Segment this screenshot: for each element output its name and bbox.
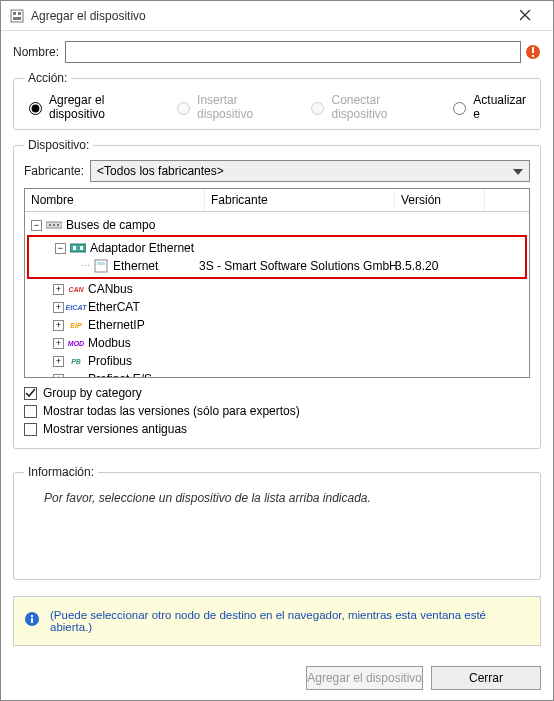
svg-point-13 (57, 224, 59, 226)
app-icon (9, 8, 25, 24)
close-icon (520, 10, 531, 21)
info-text: Por favor, seleccione un dispositivo de … (24, 487, 530, 509)
svg-rect-18 (97, 262, 105, 265)
tree-root[interactable]: − Buses de campo (27, 216, 527, 234)
expand-icon[interactable]: + (53, 338, 64, 349)
checkbox-icon (24, 423, 37, 436)
svg-rect-14 (70, 244, 86, 252)
svg-rect-20 (31, 618, 33, 623)
protocol-icon: EtCAT (68, 300, 84, 314)
svg-marker-9 (513, 169, 523, 175)
svg-rect-17 (95, 260, 107, 272)
close-button[interactable] (505, 2, 545, 30)
action-legend: Acción: (24, 71, 71, 85)
svg-point-12 (53, 224, 55, 226)
expand-icon[interactable]: + (53, 320, 64, 331)
fieldbus-icon (46, 218, 62, 232)
protocol-icon: PN (68, 372, 84, 377)
tree-ethernet[interactable]: ⋯ Ethernet 3S - Smart Software Solutions… (29, 257, 525, 275)
col-vendor[interactable]: Fabricante (205, 189, 395, 211)
device-legend: Dispositivo: (24, 138, 93, 152)
tree-ethernet-adapter[interactable]: − Adaptador Ethernet (29, 239, 525, 257)
svg-rect-7 (532, 47, 534, 53)
expand-icon[interactable]: + (53, 356, 64, 367)
svg-rect-2 (18, 12, 21, 15)
warning-icon (525, 44, 541, 60)
check-group-category[interactable]: Group by category (24, 386, 530, 400)
svg-rect-15 (73, 246, 76, 250)
device-icon (93, 259, 109, 273)
check-old-versions[interactable]: Mostrar versiones antiguas (24, 422, 530, 436)
vendor-label: Fabricante: (24, 164, 84, 178)
svg-rect-1 (13, 12, 16, 15)
protocol-icon: MOD (68, 336, 84, 350)
device-group: Dispositivo: Fabricante: <Todos los fabr… (13, 138, 541, 449)
check-all-versions[interactable]: Mostrar todas las versiones (sólo para e… (24, 404, 530, 418)
hint-text: (Puede seleccionar otro nodo de destino … (50, 609, 530, 633)
titlebar: Agregar el dispositivo (1, 1, 553, 31)
list-header: Nombre Fabricante Versión (25, 189, 529, 212)
chevron-down-icon (513, 164, 523, 178)
vendor-select[interactable]: <Todos los fabricantes> (90, 160, 530, 182)
dialog-window: Agregar el dispositivo Nombre: Acción: A… (0, 0, 554, 701)
highlighted-selection: − Adaptador Ethernet ⋯ Ethernet 3S - Sma… (27, 235, 527, 279)
checkbox-icon (24, 405, 37, 418)
svg-point-11 (49, 224, 51, 226)
tree-item[interactable]: +CANCANbus (27, 280, 527, 298)
close-dialog-button[interactable]: Cerrar (431, 666, 541, 690)
collapse-icon[interactable]: − (55, 243, 66, 254)
protocol-icon: EIP (68, 318, 84, 332)
svg-rect-0 (11, 10, 23, 22)
checkbox-icon (24, 387, 37, 400)
radio-connect: Conectar dispositivo (306, 93, 430, 121)
svg-rect-8 (532, 55, 534, 57)
svg-rect-3 (13, 17, 21, 20)
tree-item[interactable]: +MODModbus (27, 334, 527, 352)
tree-item[interactable]: +EtCATEtherCAT (27, 298, 527, 316)
col-version[interactable]: Versión (395, 189, 485, 211)
window-title: Agregar el dispositivo (31, 9, 505, 23)
info-group: Información: Por favor, seleccione un di… (13, 465, 541, 580)
radio-insert: Insertar dispositivo (172, 93, 288, 121)
list-body[interactable]: − Buses de campo − Adaptador Ethernet (25, 212, 529, 377)
svg-rect-21 (31, 615, 33, 617)
name-label: Nombre: (13, 45, 59, 59)
add-device-button: Agregar el dispositivo (306, 666, 423, 690)
hint-panel: (Puede seleccionar otro nodo de destino … (13, 596, 541, 646)
protocol-icon: CAN (68, 282, 84, 296)
col-name[interactable]: Nombre (25, 189, 205, 211)
action-group: Acción: Agregar el dispositivo Insertar … (13, 71, 541, 130)
ethernet-adapter-icon (70, 241, 86, 255)
name-input[interactable] (65, 41, 521, 63)
collapse-icon[interactable]: − (31, 220, 42, 231)
radio-update[interactable]: Actualizar e (448, 93, 530, 121)
tree-item[interactable]: +PBProfibus (27, 352, 527, 370)
info-legend: Información: (24, 465, 98, 479)
tree-item[interactable]: +PNProfinet E/S (27, 370, 527, 377)
device-list[interactable]: Nombre Fabricante Versión − Buses de cam… (24, 188, 530, 378)
radio-add[interactable]: Agregar el dispositivo (24, 93, 154, 121)
svg-rect-16 (80, 246, 83, 250)
button-row: Agregar el dispositivo Cerrar (1, 656, 553, 700)
expand-icon[interactable]: + (53, 374, 64, 378)
expand-icon[interactable]: + (53, 284, 64, 295)
info-icon (24, 611, 40, 627)
tree-item[interactable]: +EIPEthernetIP (27, 316, 527, 334)
protocol-icon: PB (68, 354, 84, 368)
expand-icon[interactable]: + (53, 302, 64, 313)
